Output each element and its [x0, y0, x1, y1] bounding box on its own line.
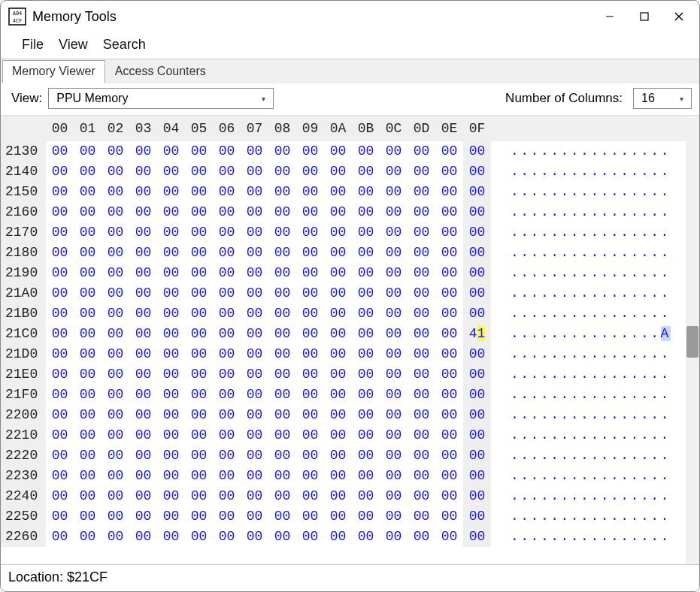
hex-byte[interactable]: 00	[408, 486, 435, 506]
hex-byte[interactable]: 00	[408, 506, 435, 527]
hex-byte[interactable]: 00	[296, 364, 324, 385]
hex-byte[interactable]: 00	[213, 466, 241, 486]
hex-byte[interactable]: 00	[241, 364, 268, 385]
hex-byte[interactable]: 00	[74, 222, 102, 243]
hex-byte[interactable]: 00	[213, 202, 241, 222]
hex-byte[interactable]: 00	[102, 324, 129, 344]
hex-byte[interactable]: 00	[213, 527, 241, 547]
hex-byte[interactable]: 00	[352, 385, 380, 405]
hex-byte[interactable]: 00	[296, 344, 324, 364]
hex-byte[interactable]: 00	[268, 324, 296, 344]
hex-byte[interactable]: 00	[324, 486, 352, 506]
hex-byte[interactable]: 00	[46, 405, 74, 425]
hex-byte[interactable]: 00	[129, 425, 157, 446]
hex-byte[interactable]: 00	[102, 466, 129, 486]
hex-byte[interactable]: 00	[408, 385, 435, 405]
hex-ascii[interactable]: ................	[491, 425, 671, 446]
hex-byte[interactable]: 00	[46, 506, 74, 527]
hex-byte[interactable]: 00	[380, 527, 408, 547]
hex-byte[interactable]: 00	[157, 263, 185, 283]
hex-byte[interactable]: 00	[102, 202, 129, 222]
hex-byte[interactable]: 00	[380, 506, 408, 527]
hex-byte[interactable]: 00	[74, 527, 102, 547]
hex-byte[interactable]: 00	[241, 486, 268, 506]
hex-byte[interactable]: 00	[213, 506, 241, 527]
hex-byte[interactable]: 00	[380, 243, 408, 263]
hex-byte[interactable]: 00	[296, 527, 324, 547]
hex-byte[interactable]: 00	[268, 202, 296, 222]
hex-byte[interactable]: 00	[435, 344, 463, 364]
hex-byte[interactable]: 00	[129, 263, 157, 283]
hex-byte[interactable]: 00	[74, 446, 102, 466]
hex-byte[interactable]: 00	[157, 243, 185, 263]
hex-byte[interactable]: 00	[463, 304, 491, 324]
hex-byte[interactable]: 00	[102, 263, 129, 283]
hex-byte[interactable]: 00	[268, 182, 296, 202]
hex-byte[interactable]: 00	[268, 283, 296, 304]
hex-byte[interactable]: 00	[129, 466, 157, 486]
hex-byte[interactable]: 00	[463, 182, 491, 202]
hex-byte[interactable]: 00	[241, 243, 268, 263]
hex-byte[interactable]: 00	[324, 283, 352, 304]
hex-byte[interactable]: 00	[185, 446, 213, 466]
hex-byte[interactable]: 00	[241, 162, 268, 182]
hex-ascii[interactable]: ................	[491, 344, 671, 364]
hex-byte[interactable]: 00	[408, 283, 435, 304]
hex-byte[interactable]: 00	[129, 304, 157, 324]
hex-byte[interactable]: 00	[268, 466, 296, 486]
hex-byte[interactable]: 00	[213, 385, 241, 405]
hex-byte[interactable]: 00	[435, 486, 463, 506]
hex-byte[interactable]: 00	[74, 243, 102, 263]
hex-byte[interactable]: 00	[46, 162, 74, 182]
hex-byte[interactable]: 00	[46, 222, 74, 243]
tab-memory-viewer[interactable]: Memory Viewer	[2, 60, 105, 83]
hex-byte[interactable]: 00	[268, 425, 296, 446]
hex-byte[interactable]: 00	[324, 263, 352, 283]
hex-byte[interactable]: 00	[102, 385, 129, 405]
hex-ascii[interactable]: ................	[491, 202, 671, 222]
hex-byte[interactable]: 00	[352, 405, 380, 425]
hex-byte[interactable]: 00	[129, 486, 157, 506]
hex-byte[interactable]: 00	[352, 344, 380, 364]
hex-byte[interactable]: 00	[296, 141, 324, 162]
hex-byte[interactable]: 00	[213, 486, 241, 506]
hex-byte[interactable]: 00	[324, 385, 352, 405]
hex-byte[interactable]: 00	[268, 385, 296, 405]
hex-byte[interactable]: 00	[463, 141, 491, 162]
hex-byte[interactable]: 00	[102, 243, 129, 263]
hex-body[interactable]: 213000000000000000000000000000000000....…	[1, 141, 686, 564]
hex-byte[interactable]: 00	[241, 506, 268, 527]
hex-byte[interactable]: 00	[352, 446, 380, 466]
hex-row[interactable]: 21A000000000000000000000000000000000....…	[1, 283, 686, 304]
hex-byte[interactable]: 00	[241, 466, 268, 486]
hex-byte[interactable]: 00	[296, 506, 324, 527]
hex-byte[interactable]: 00	[380, 344, 408, 364]
hex-byte[interactable]: 00	[324, 304, 352, 324]
hex-byte[interactable]: 00	[102, 425, 129, 446]
view-select[interactable]: PPU Memory ▾	[48, 88, 274, 109]
hex-byte[interactable]: 00	[408, 324, 435, 344]
hex-byte[interactable]: 00	[408, 425, 435, 446]
hex-byte[interactable]: 00	[102, 344, 129, 364]
hex-byte[interactable]: 00	[324, 324, 352, 344]
hex-byte[interactable]: 00	[352, 283, 380, 304]
hex-byte[interactable]: 00	[157, 222, 185, 243]
hex-byte[interactable]: 00	[185, 486, 213, 506]
hex-byte[interactable]: 00	[185, 182, 213, 202]
hex-byte[interactable]: 00	[102, 506, 129, 527]
hex-byte[interactable]: 00	[268, 263, 296, 283]
hex-byte[interactable]: 00	[296, 182, 324, 202]
hex-ascii[interactable]: ................	[491, 263, 671, 283]
hex-byte[interactable]: 00	[352, 162, 380, 182]
hex-byte[interactable]: 00	[352, 324, 380, 344]
hex-byte[interactable]: 00	[463, 344, 491, 364]
hex-row[interactable]: 214000000000000000000000000000000000....…	[1, 162, 686, 182]
hex-byte[interactable]: 00	[102, 527, 129, 547]
hex-byte[interactable]: 00	[213, 405, 241, 425]
hex-byte[interactable]: 00	[268, 162, 296, 182]
hex-byte[interactable]: 00	[463, 486, 491, 506]
hex-byte[interactable]: 00	[380, 283, 408, 304]
hex-byte[interactable]: 00	[408, 141, 435, 162]
hex-byte[interactable]: 00	[102, 364, 129, 385]
hex-byte[interactable]: 00	[296, 486, 324, 506]
